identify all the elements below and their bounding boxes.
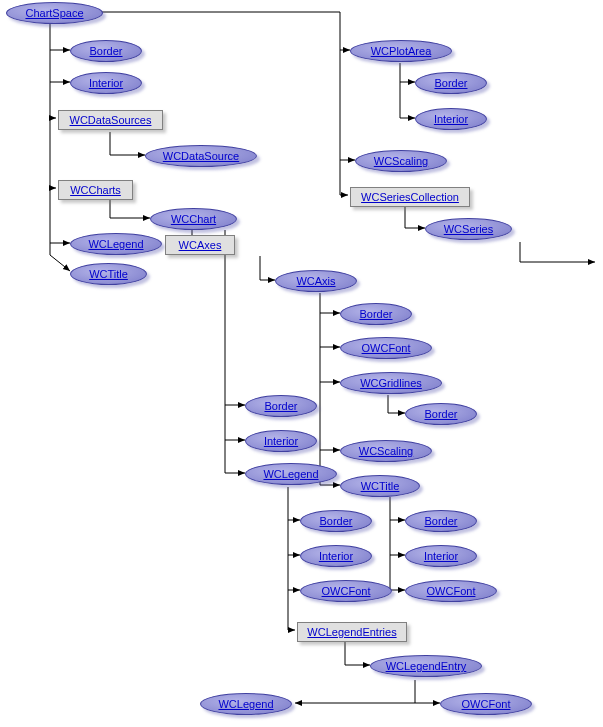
node-wcdatasources[interactable]: WCDataSources — [58, 110, 163, 130]
node-interior[interactable]: Interior — [300, 545, 372, 567]
label: Interior — [319, 550, 353, 562]
label: Border — [264, 400, 297, 412]
label: Interior — [89, 77, 123, 89]
node-wcaxes[interactable]: WCAxes — [165, 235, 235, 255]
label: WCTitle — [361, 480, 400, 492]
label: Border — [424, 408, 457, 420]
label: WCLegendEntries — [307, 626, 396, 638]
label: WCScaling — [374, 155, 428, 167]
label: WCScaling — [359, 445, 413, 457]
node-border[interactable]: Border — [70, 40, 142, 62]
label: WCDataSource — [163, 150, 239, 162]
label: WCGridlines — [360, 377, 422, 389]
label: OWCFont — [322, 585, 371, 597]
node-interior[interactable]: Interior — [245, 430, 317, 452]
label: OWCFont — [462, 698, 511, 710]
label: Border — [359, 308, 392, 320]
label: Interior — [264, 435, 298, 447]
node-border[interactable]: Border — [415, 72, 487, 94]
node-wcseriescollection[interactable]: WCSeriesCollection — [350, 187, 470, 207]
node-wcscaling[interactable]: WCScaling — [355, 150, 447, 172]
node-owcfont[interactable]: OWCFont — [340, 337, 432, 359]
node-owcfont[interactable]: OWCFont — [300, 580, 392, 602]
label: WCLegend — [263, 468, 318, 480]
label: WCLegend — [218, 698, 273, 710]
label: OWCFont — [427, 585, 476, 597]
node-wclegend[interactable]: WCLegend — [200, 693, 292, 715]
node-wclegendentry[interactable]: WCLegendEntry — [370, 655, 482, 677]
label: Border — [89, 45, 122, 57]
label: WCSeriesCollection — [361, 191, 459, 203]
label: Interior — [434, 113, 468, 125]
node-wcseries[interactable]: WCSeries — [425, 218, 512, 240]
node-wcscaling[interactable]: WCScaling — [340, 440, 432, 462]
label: WCChart — [171, 213, 216, 225]
label: WCAxes — [179, 239, 222, 251]
label: Border — [319, 515, 352, 527]
node-wcdatasource[interactable]: WCDataSource — [145, 145, 257, 167]
node-border[interactable]: Border — [300, 510, 372, 532]
node-interior[interactable]: Interior — [405, 545, 477, 567]
node-chartspace[interactable]: ChartSpace — [6, 2, 103, 24]
label: Border — [434, 77, 467, 89]
label: WCAxis — [296, 275, 335, 287]
label: WCTitle — [89, 268, 128, 280]
label: ChartSpace — [25, 7, 83, 19]
node-owcfont[interactable]: OWCFont — [405, 580, 497, 602]
label: WCDataSources — [70, 114, 152, 126]
node-wctitle[interactable]: WCTitle — [340, 475, 420, 497]
node-border[interactable]: Border — [245, 395, 317, 417]
label: WCLegendEntry — [386, 660, 467, 672]
node-wctitle[interactable]: WCTitle — [70, 263, 147, 285]
node-wclegend[interactable]: WCLegend — [245, 463, 337, 485]
node-wclegend[interactable]: WCLegend — [70, 233, 162, 255]
label: WCLegend — [88, 238, 143, 250]
label: WCPlotArea — [371, 45, 432, 57]
node-wccharts[interactable]: WCCharts — [58, 180, 133, 200]
node-wcchart[interactable]: WCChart — [150, 208, 237, 230]
node-border[interactable]: Border — [340, 303, 412, 325]
node-wcgridlines[interactable]: WCGridlines — [340, 372, 442, 394]
node-interior[interactable]: Interior — [70, 72, 142, 94]
label: WCCharts — [70, 184, 121, 196]
node-border[interactable]: Border — [405, 403, 477, 425]
node-border[interactable]: Border — [405, 510, 477, 532]
label: Interior — [424, 550, 458, 562]
node-interior[interactable]: Interior — [415, 108, 487, 130]
label: OWCFont — [362, 342, 411, 354]
node-wcplotarea[interactable]: WCPlotArea — [350, 40, 452, 62]
node-owcfont[interactable]: OWCFont — [440, 693, 532, 715]
label: Border — [424, 515, 457, 527]
node-wcaxis[interactable]: WCAxis — [275, 270, 357, 292]
node-wclegendentries[interactable]: WCLegendEntries — [297, 622, 407, 642]
label: WCSeries — [444, 223, 494, 235]
